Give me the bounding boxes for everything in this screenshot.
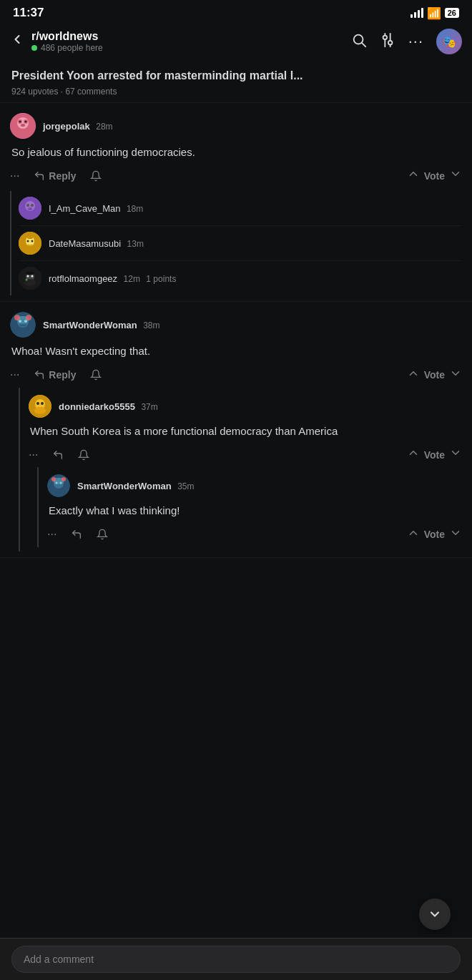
list-item: rotflolmaomgeez 12m 1 points [19, 261, 462, 295]
comment-more-button[interactable]: ··· [29, 449, 38, 461]
comment-more-button[interactable]: ··· [10, 368, 19, 381]
downvote-button[interactable] [449, 367, 462, 383]
post-comments: 67 comments [65, 87, 117, 97]
vote-label: Vote [424, 170, 445, 182]
comment-username[interactable]: SmartWonderWoman [43, 320, 137, 330]
svg-line-1 [362, 43, 365, 46]
status-icons: 📶 26 [410, 6, 459, 20]
add-comment-input[interactable]: Add a comment [11, 946, 461, 973]
svg-point-48 [60, 482, 62, 484]
svg-point-41 [36, 402, 39, 405]
reply-button[interactable] [71, 529, 82, 540]
comment-time: 35m [177, 481, 194, 491]
comment-time: 37m [141, 402, 157, 412]
reply-time: 13m [127, 239, 144, 249]
svg-point-43 [34, 407, 46, 414]
post-meta: 924 upvotes · 67 comments [11, 87, 461, 97]
avatar [19, 267, 41, 290]
vote-label: Vote [424, 369, 445, 381]
comment-actions: ··· Reply Vote [10, 167, 462, 184]
search-button[interactable] [351, 32, 367, 52]
replies-container: I_Am_Cave_Man 18m DateM [10, 191, 462, 295]
svg-point-38 [26, 315, 31, 320]
upvote-button[interactable] [407, 446, 420, 463]
reply-username[interactable]: rotflolmaomgeez [49, 273, 117, 284]
notification-button[interactable] [90, 369, 102, 381]
more-options-button[interactable]: ··· [408, 32, 423, 51]
comment-username[interactable]: jorgepolak [43, 121, 90, 132]
user-avatar[interactable]: 🎭 [436, 29, 462, 54]
svg-point-27 [27, 275, 29, 278]
comment-actions: ··· Reply Vote [10, 367, 462, 383]
reply-info: DateMasamusubi 13m [49, 237, 144, 250]
online-count: 486 people here [41, 43, 103, 53]
filter-button[interactable] [380, 32, 395, 52]
reply-time: 18m [127, 204, 143, 214]
reply-username[interactable]: DateMasamusubi [49, 238, 121, 249]
comment-header: jorgepolak 28m [10, 113, 462, 139]
comment-text: Whoa! Wasn't expecting that. [10, 343, 462, 360]
svg-point-12 [19, 120, 21, 122]
comment-block: jorgepolak 28m So jealous of functioning… [0, 103, 472, 303]
upvote-button[interactable] [407, 526, 420, 543]
comment-block: SmartWonderWoman 38m Whoa! Wasn't expect… [0, 302, 472, 558]
online-indicator [31, 45, 37, 51]
notification-button[interactable] [78, 449, 89, 461]
avatar [47, 474, 70, 497]
svg-point-14 [21, 124, 25, 127]
reply-button[interactable] [52, 449, 64, 461]
avatar [10, 113, 36, 139]
reply-button[interactable]: Reply [34, 369, 76, 381]
downvote-button[interactable] [449, 446, 462, 463]
post-header: President Yoon arrested for mastermindin… [0, 60, 472, 103]
reply-time: 12m [124, 274, 140, 284]
avatar [19, 197, 41, 220]
reply-button[interactable]: Reply [34, 170, 76, 182]
comment-header: donniedarko5555 37m [29, 395, 462, 418]
comment-more-button[interactable]: ··· [10, 170, 19, 182]
wifi-icon: 📶 [427, 6, 441, 20]
back-button[interactable] [10, 32, 24, 51]
svg-point-49 [51, 477, 56, 481]
vote-controls: Vote [407, 526, 462, 543]
status-bar: 11:37 📶 26 [0, 0, 472, 23]
top-nav: r/worldnews 486 people here ··· 🎭 [0, 23, 472, 60]
subreddit-name: r/worldnews [31, 30, 344, 43]
notification-button[interactable] [90, 170, 102, 182]
downvote-button[interactable] [449, 167, 462, 184]
reply-points: 1 points [146, 274, 176, 284]
reply-label: Reply [49, 369, 76, 381]
notification-button[interactable] [97, 529, 108, 540]
comment-text: So jealous of functioning democracies. [10, 144, 462, 161]
list-item: I_Am_Cave_Man 18m [19, 191, 462, 226]
reply-info: rotflolmaomgeez 12m 1 points [49, 272, 176, 285]
upvote-button[interactable] [407, 367, 420, 383]
comment-block: donniedarko5555 37m When South Korea is … [29, 388, 462, 552]
scroll-to-bottom-button[interactable] [419, 898, 451, 930]
comment-time: 28m [96, 122, 112, 132]
vote-label: Vote [424, 529, 445, 540]
signal-icon [410, 8, 423, 18]
comment-user-info: donniedarko5555 37m [59, 400, 158, 413]
downvote-button[interactable] [449, 526, 462, 543]
battery-indicator: 26 [445, 8, 459, 18]
svg-point-35 [19, 320, 21, 323]
comment-more-button[interactable]: ··· [47, 528, 56, 541]
upvote-button[interactable] [407, 167, 420, 184]
comment-username[interactable]: donniedarko5555 [59, 401, 135, 412]
svg-point-42 [41, 402, 44, 405]
comment-user-info: SmartWonderWoman 35m [77, 479, 195, 492]
svg-rect-24 [27, 236, 33, 239]
post-title[interactable]: President Yoon arrested for mastermindin… [11, 69, 461, 84]
svg-point-28 [31, 275, 34, 278]
comment-username[interactable]: SmartWonderWoman [77, 481, 172, 491]
avatar [10, 312, 36, 338]
reply-username[interactable]: I_Am_Cave_Man [49, 203, 120, 214]
comment-header: SmartWonderWoman 38m [10, 312, 462, 338]
svg-point-23 [31, 240, 34, 242]
svg-point-31 [26, 279, 28, 281]
status-time: 11:37 [13, 6, 44, 20]
reply-label: Reply [49, 170, 76, 182]
comments-section: jorgepolak 28m So jealous of functioning… [0, 103, 472, 558]
avatar [19, 232, 41, 255]
